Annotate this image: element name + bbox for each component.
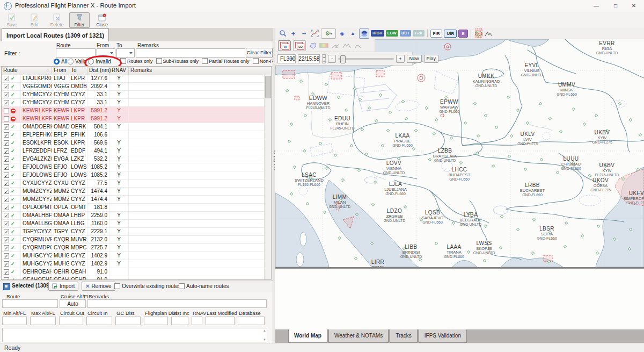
close-button[interactable]: Close: [92, 12, 112, 28]
table-scrollbar[interactable]: [264, 75, 271, 280]
row-checkbox[interactable]: [4, 124, 9, 130]
terrain-profile-icon-3[interactable]: [353, 41, 362, 50]
detail-field-dist-inc[interactable]: [171, 317, 188, 325]
filter-to-combo[interactable]: [116, 48, 135, 58]
row-checkbox[interactable]: [4, 221, 9, 226]
clear-filter-button[interactable]: Clear Filter: [246, 48, 273, 58]
layers-icon[interactable]: [359, 28, 369, 39]
table-row[interactable]: ✓EFJOLOWS01EFJOLOWS1085.2Y: [2, 163, 271, 171]
table-row[interactable]: ✓CYXUCYYZ01CYXUCYYZ77.5Y: [2, 179, 271, 188]
row-checkbox[interactable]: [4, 245, 9, 250]
radio-invalid[interactable]: Invalid: [88, 59, 111, 64]
row-checkbox[interactable]: [4, 116, 9, 121]
badge-low[interactable]: LOW: [386, 30, 398, 37]
world-map[interactable]: EVRRRIGAGND-UNLTDEYVLVILNIUSGND-UNLTDUMK…: [275, 39, 644, 267]
lo-charts-toggle[interactable]: LO: [293, 40, 306, 51]
table-row[interactable]: ✓CYQRMDPC01CYQRMDPC2725.7Y: [2, 244, 271, 252]
import-button[interactable]: Import: [48, 282, 78, 291]
table-row[interactable]: KEWRLKPR01KEWRLKPR5991.2Y: [2, 115, 271, 123]
detail-field-circuit-in[interactable]: [86, 317, 112, 325]
table-row[interactable]: KEWRLKPR01KEWRLKPR5991.2Y: [2, 107, 271, 115]
badge-trk[interactable]: TRK: [413, 30, 424, 37]
detail-field-gc-dist[interactable]: [115, 317, 141, 325]
detail-field-last-modified[interactable]: [206, 317, 235, 325]
radio-all[interactable]: All: [54, 59, 67, 64]
row-checkbox[interactable]: [4, 181, 9, 186]
table-row[interactable]: ✓OMAALHBP01OMAALHBP2259.0Y: [2, 212, 271, 220]
row-checkbox[interactable]: [4, 269, 9, 275]
table-row[interactable]: ✓OPLAOPMT01OPLAOPMT181.8: [2, 204, 271, 212]
table-row[interactable]: ✓CYHMCYYZ01CYHMCYYZ33.1Y: [2, 91, 271, 99]
row-checkbox[interactable]: [4, 261, 9, 267]
time-spinner[interactable]: ▲▼: [322, 54, 326, 63]
row-checkbox[interactable]: [4, 92, 9, 97]
col-route[interactable]: Route△: [2, 67, 52, 75]
detail-field-flightplan-dist[interactable]: [144, 317, 168, 325]
badge-high[interactable]: HIGH: [371, 30, 384, 37]
col-rnav[interactable]: RNAV: [109, 67, 129, 75]
col-from[interactable]: From: [52, 67, 69, 75]
legend-colorbar-icon[interactable]: [319, 41, 328, 50]
polygon-tool-icon[interactable]: [308, 41, 317, 50]
table-row[interactable]: ✓MUMZCYYZ01MUMZCYYZ1474.4Y: [2, 188, 271, 196]
row-checkbox[interactable]: [4, 229, 9, 234]
maximize-button[interactable]: □: [606, 0, 625, 12]
table-row[interactable]: ✓CYQRMUVR01CYQRMUVR2132.0Y: [2, 236, 271, 244]
row-checkbox[interactable]: [4, 213, 9, 218]
overwrite-existing-checkbox[interactable]: Overwrite existing routes: [114, 283, 181, 289]
terrain-profile-icon-2[interactable]: [342, 41, 351, 50]
checkbox-partial-routes-only[interactable]: Partial Routes only: [202, 58, 250, 64]
flight-level-select[interactable]: FL300: [277, 54, 296, 63]
table-row[interactable]: ✓LFRZEDDF01LFRZEDDF494.1Y: [2, 147, 271, 155]
detail-field-max-alt-fl[interactable]: [30, 317, 56, 325]
table-row[interactable]: ✓OEHROEAH01OEHROEAH91.0: [2, 268, 271, 276]
close-window-button[interactable]: ✕: [625, 0, 643, 12]
detail-field-circuit-out[interactable]: [59, 317, 83, 325]
zoom-to-route-icon[interactable]: [310, 29, 319, 38]
tab-weather-notams[interactable]: Weather & NOTAMs: [328, 329, 389, 343]
scroll-up-icon[interactable]: ▲: [263, 329, 266, 332]
minimize-button[interactable]: —: [587, 0, 605, 12]
tab-tracks[interactable]: Tracks: [390, 329, 418, 343]
time-slider[interactable]: [338, 58, 394, 60]
table-row[interactable]: ✓OEAHOEHR01OEAHOEHR91.0: [2, 276, 271, 280]
scrollbar-thumb[interactable]: [265, 76, 271, 98]
row-checkbox[interactable]: [4, 197, 9, 202]
filter-from-combo[interactable]: [97, 48, 115, 58]
uir-toggle[interactable]: UIR: [444, 30, 457, 38]
table-row[interactable]: ✓EVGALZKZ01EVGALZKZ532.2Y: [2, 155, 271, 163]
row-checkbox[interactable]: [4, 189, 9, 194]
col-remarks[interactable]: Remarks: [129, 67, 271, 75]
table-header[interactable]: Route△ From To Dist (nm) RNAV Remarks: [2, 67, 271, 75]
detail-field-min-alt-fl[interactable]: [2, 317, 27, 325]
row-checkbox[interactable]: [4, 237, 9, 242]
table-row[interactable]: ✓ESOKLKPR01ESOKLKPR569.6Y: [2, 139, 271, 147]
detail-remarks-input[interactable]: [87, 299, 267, 308]
row-checkbox[interactable]: [4, 148, 9, 154]
row-checkbox[interactable]: [4, 132, 9, 138]
map-settings-gear-icon[interactable]: ⚙▾: [321, 28, 336, 39]
center-compass-icon[interactable]: ◈: [338, 29, 347, 38]
hi-charts-toggle[interactable]: HI: [278, 40, 291, 51]
row-checkbox[interactable]: [4, 108, 9, 113]
tab-import-local-routes[interactable]: Import Local Routes (1309 of 1321): [2, 28, 109, 42]
zoom-out-icon[interactable]: −: [299, 29, 309, 38]
row-checkbox[interactable]: [4, 205, 9, 210]
filter-route-input[interactable]: [56, 48, 96, 58]
time-slider-thumb[interactable]: [340, 55, 346, 63]
row-checkbox[interactable]: [4, 156, 9, 162]
scroll-down-icon[interactable]: ▼: [263, 338, 266, 341]
filter-remarks-input[interactable]: [136, 48, 245, 58]
table-row[interactable]: ✓MUMZCYYZ01MUMZCYYZ1474.4Y: [2, 196, 271, 204]
detail-field-database[interactable]: [238, 317, 265, 325]
play-button[interactable]: Play: [424, 55, 439, 63]
table-row[interactable]: ✓MUHGCYYZ01MUHGCYYZ1402.9Y: [2, 252, 271, 260]
table-row[interactable]: ✓EFJOLOWS01EFJOLOWS1085.2Y: [2, 171, 271, 179]
detail-route-input[interactable]: [2, 299, 58, 308]
badge-dct[interactable]: DCT: [400, 30, 411, 37]
tab-world-map[interactable]: World Map: [288, 329, 327, 343]
fir-toggle[interactable]: FIR: [430, 30, 443, 38]
row-checkbox[interactable]: [4, 253, 9, 258]
row-checkbox[interactable]: [4, 76, 9, 81]
select-all-checkbox[interactable]: [3, 283, 10, 290]
